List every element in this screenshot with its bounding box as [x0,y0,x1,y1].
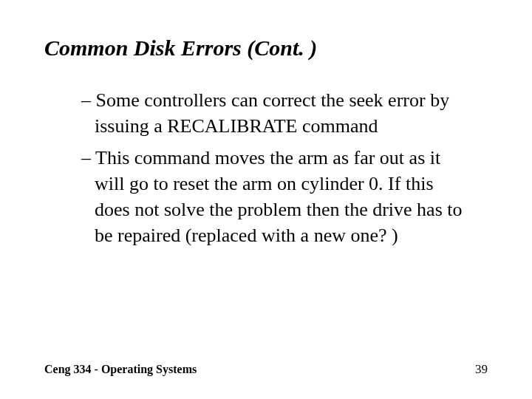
footer-page-number: 39 [475,362,488,377]
bullet-item: – This command moves the arm as far out … [81,145,473,248]
slide-footer: Ceng 334 - Operating Systems 39 [44,362,488,377]
bullet-list: – Some controllers can correct the seek … [44,87,488,249]
slide-title: Common Disk Errors (Cont. ) [44,35,488,61]
footer-course-name: Ceng 334 - Operating Systems [44,363,197,376]
bullet-item: – Some controllers can correct the seek … [81,87,473,139]
